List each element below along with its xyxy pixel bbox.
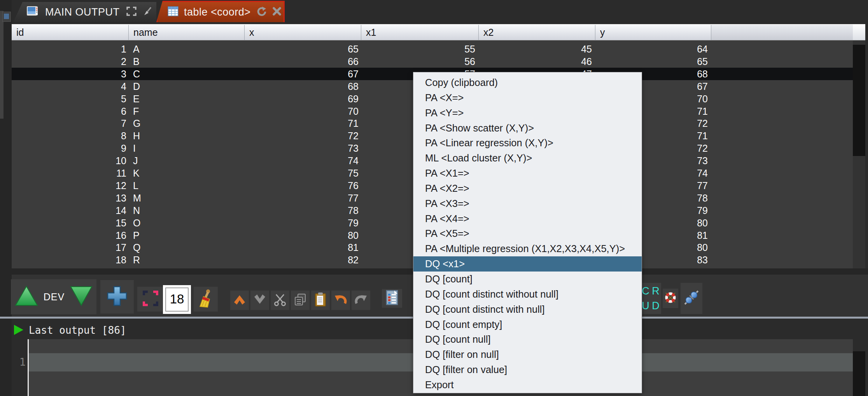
- fullscreen-icon[interactable]: [126, 6, 137, 18]
- crud-letters: C R U D: [640, 284, 661, 313]
- cell-id: 9: [12, 142, 126, 154]
- cell-name: K: [133, 167, 242, 179]
- cell-y: 65: [594, 55, 708, 68]
- cell-id: 6: [12, 105, 126, 117]
- table-icon: [168, 6, 178, 18]
- lifebuoy-icon: [663, 291, 677, 306]
- cell-name: C: [133, 68, 242, 80]
- menu-item[interactable]: PA <X1=>: [413, 166, 642, 181]
- cell-id: 2: [12, 55, 126, 68]
- table-scrollbar-thumb[interactable]: [853, 45, 865, 156]
- cell-name: E: [133, 93, 242, 105]
- menu-item[interactable]: DQ [count empty]: [413, 317, 642, 332]
- cell-id: 16: [12, 229, 126, 242]
- cell-x1: 56: [362, 55, 475, 68]
- cell-x: 65: [245, 43, 359, 55]
- redo-button[interactable]: [352, 291, 370, 310]
- cell-x: 72: [245, 130, 359, 142]
- menu-item[interactable]: ML <Load cluster (X,Y)>: [413, 151, 642, 166]
- menu-item[interactable]: PA <X4=>: [413, 211, 642, 226]
- table-vertical-scrollbar[interactable]: [853, 40, 865, 268]
- cell-id: 14: [12, 204, 126, 217]
- menu-item[interactable]: DQ <x1>: [413, 256, 642, 272]
- column-header-x[interactable]: x: [245, 25, 361, 40]
- cell-x: 74: [245, 154, 359, 167]
- table-row[interactable]: 2B66564665: [12, 55, 853, 68]
- cut-icon: [273, 293, 287, 308]
- cut-button[interactable]: [271, 291, 289, 310]
- connection-button[interactable]: [681, 283, 702, 314]
- menu-item[interactable]: PA <X3=>: [413, 196, 642, 211]
- cell-id: 10: [12, 154, 126, 167]
- menu-item[interactable]: PA <X5=>: [413, 226, 642, 241]
- add-row-button[interactable]: [100, 280, 134, 314]
- cell-x: 69: [245, 93, 359, 105]
- table-header: id name x x1 x2 y: [12, 24, 853, 40]
- menu-item[interactable]: Copy (clipboard): [413, 75, 642, 90]
- menu-item[interactable]: PA <Show scatter (X,Y)>: [413, 121, 642, 136]
- menu-item[interactable]: PA <Multiple regression (X1,X2,X3,X4,X5,…: [413, 241, 642, 256]
- report-button[interactable]: [382, 289, 402, 308]
- chevron-down-icon: [253, 294, 267, 307]
- tab-main-output[interactable]: MAIN OUTPUT: [13, 2, 156, 22]
- tab-table-coord[interactable]: table <coord>: [156, 1, 285, 22]
- cell-name: H: [133, 130, 242, 142]
- version-up-button[interactable]: [14, 285, 39, 309]
- row-size-input[interactable]: 18: [165, 287, 189, 312]
- column-header-x2[interactable]: x2: [479, 25, 595, 40]
- paste-button[interactable]: [311, 291, 330, 310]
- clean-button[interactable]: [194, 287, 218, 312]
- menu-item[interactable]: DQ [filter on value]: [413, 362, 642, 377]
- cell-x: 81: [245, 241, 359, 254]
- move-up-button[interactable]: [230, 291, 249, 310]
- play-icon: [13, 324, 24, 337]
- editor-scrollbar[interactable]: [853, 351, 865, 396]
- paste-icon: [314, 292, 327, 308]
- cell-id: 13: [12, 192, 126, 204]
- cell-x: 70: [245, 105, 359, 117]
- cell-name: I: [133, 142, 242, 154]
- chevron-up-icon: [233, 294, 247, 307]
- crud-button[interactable]: C R U D: [640, 283, 661, 314]
- copy-button[interactable]: [291, 291, 310, 310]
- menu-item[interactable]: PA <Linear regression (X,Y)>: [413, 135, 642, 151]
- cell-name: A: [133, 43, 242, 55]
- column-header-y[interactable]: y: [595, 25, 711, 40]
- refresh-icon[interactable]: [256, 6, 267, 18]
- menu-item[interactable]: DQ [count]: [413, 272, 642, 287]
- cell-x: 82: [245, 254, 359, 266]
- menu-item[interactable]: DQ [filter on null]: [413, 347, 642, 362]
- close-icon[interactable]: [272, 7, 282, 18]
- help-button[interactable]: [663, 289, 678, 308]
- cell-y: 64: [594, 43, 708, 55]
- brush-icon[interactable]: [143, 6, 152, 18]
- cell-x: 79: [245, 217, 359, 229]
- report-icon: [385, 289, 399, 307]
- cell-name: L: [133, 179, 242, 192]
- cell-x: 77: [245, 192, 359, 204]
- editor-gutter-divider: [28, 339, 29, 396]
- cell-id: 15: [12, 217, 126, 229]
- app-window: MAIN OUTPUT: [0, 0, 868, 396]
- menu-item[interactable]: DQ [count null]: [413, 332, 642, 347]
- column-header-id[interactable]: id: [12, 25, 129, 40]
- left-scrollbar-thumb[interactable]: [0, 11, 4, 119]
- column-header-x1[interactable]: x1: [361, 25, 479, 40]
- version-down-button[interactable]: [69, 285, 93, 308]
- table-row[interactable]: 1A65554564: [12, 43, 853, 55]
- cell-x: 73: [245, 142, 359, 154]
- selection-brackets-icon: [142, 289, 159, 309]
- selection-size-button[interactable]: [137, 287, 164, 312]
- column-header-filler: [711, 25, 853, 40]
- move-down-button[interactable]: [250, 291, 269, 310]
- menu-item[interactable]: PA <Y=>: [413, 105, 642, 121]
- menu-item[interactable]: DQ [count distinct without null]: [413, 287, 642, 302]
- menu-item[interactable]: DQ [count distinct with null]: [413, 302, 642, 317]
- cell-id: 4: [12, 80, 126, 93]
- menu-item[interactable]: PA <X=>: [413, 90, 642, 105]
- column-header-name[interactable]: name: [129, 25, 245, 40]
- menu-item[interactable]: PA <X2=>: [413, 181, 642, 196]
- cell-id: 11: [12, 167, 126, 179]
- undo-button[interactable]: [331, 291, 350, 310]
- menu-item[interactable]: Export: [413, 377, 642, 392]
